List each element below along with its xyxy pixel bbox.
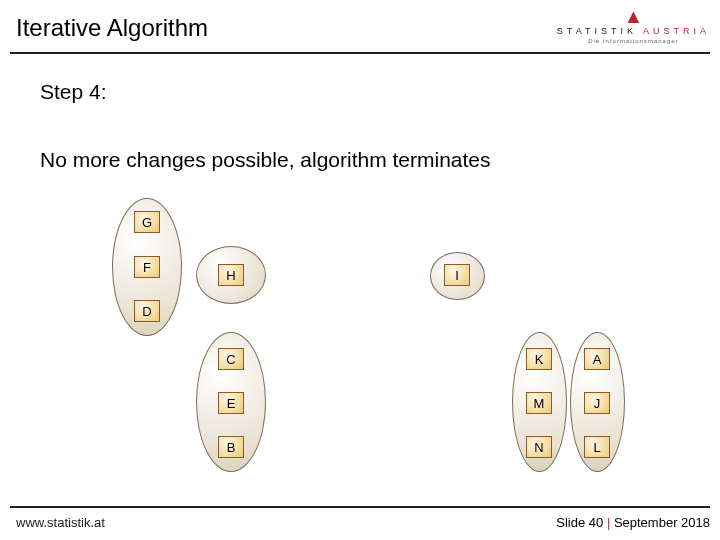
node-a: A [584, 348, 610, 370]
node-i: I [444, 264, 470, 286]
node-f: F [134, 256, 160, 278]
logo-icon: ▲ [557, 6, 710, 26]
node-e: E [218, 392, 244, 414]
node-l: L [584, 436, 610, 458]
node-m: M [526, 392, 552, 414]
slide-number: Slide 40 [556, 515, 603, 530]
slide: ▲ STATISTIK AUSTRIA Die Informationsmana… [0, 0, 720, 540]
footer-meta: Slide 40 | September 2018 [556, 515, 710, 530]
footer-date: September 2018 [614, 515, 710, 530]
node-d: D [134, 300, 160, 322]
title-rule [10, 52, 710, 54]
node-j: J [584, 392, 610, 414]
logo-text-accent: AUSTRIA [643, 26, 710, 36]
logo-text-pre: STATISTIK [557, 26, 643, 36]
brand-logo: ▲ STATISTIK AUSTRIA Die Informationsmana… [557, 6, 710, 44]
logo-text-2: Die Informationsmanager [557, 38, 710, 44]
logo-text-1: STATISTIK AUSTRIA [557, 26, 710, 36]
node-g: G [134, 211, 160, 233]
node-b: B [218, 436, 244, 458]
footer-url: www.statistik.at [16, 515, 105, 530]
node-n: N [526, 436, 552, 458]
step-description: No more changes possible, algorithm term… [40, 148, 491, 172]
footer-sep: | [603, 515, 614, 530]
step-heading: Step 4: [40, 80, 107, 104]
page-title: Iterative Algorithm [16, 14, 208, 42]
footer-rule [10, 506, 710, 508]
node-h: H [218, 264, 244, 286]
node-c: C [218, 348, 244, 370]
node-k: K [526, 348, 552, 370]
